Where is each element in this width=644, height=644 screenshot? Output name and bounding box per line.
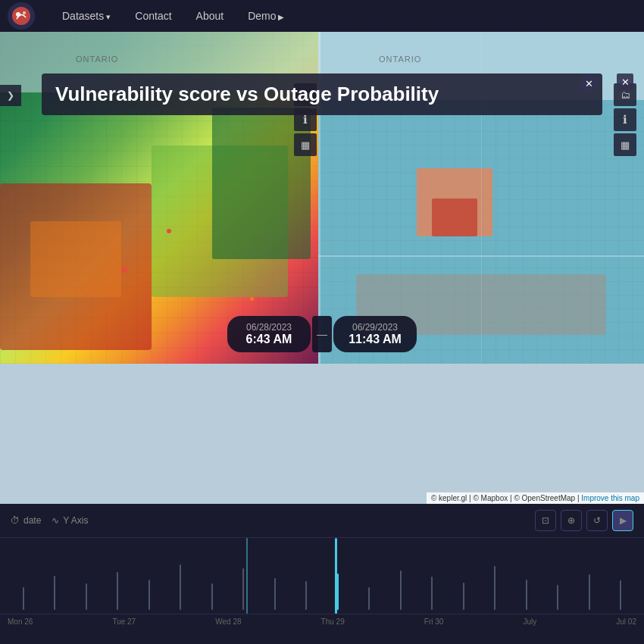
axis-label-5: July xyxy=(523,617,536,626)
tl-bar xyxy=(242,568,244,610)
nav-demo[interactable]: Demo xyxy=(243,7,289,25)
tl-bar xyxy=(463,583,464,610)
time-right: 11:43 AM xyxy=(345,333,405,346)
title-close-icon: ✕ xyxy=(585,78,593,89)
tl-col-3 xyxy=(70,538,102,610)
tl-col-13 xyxy=(385,538,417,610)
tl-bar xyxy=(494,566,496,610)
map-area: ONTARIO ONTARIO ❯ xyxy=(0,32,644,504)
info-btn-right[interactable]: ℹ xyxy=(614,108,636,131)
timeline-speed-btn[interactable]: ⊕ xyxy=(561,510,582,531)
grid-icon-left: ▦ xyxy=(301,139,310,151)
dot2 xyxy=(167,229,171,233)
improve-map-link[interactable]: Improve this map xyxy=(581,494,639,502)
tl-bar xyxy=(148,580,150,610)
tl-col-15 xyxy=(448,538,480,610)
sidebar-toggle-icon: ❯ xyxy=(7,90,14,101)
tl-bar xyxy=(180,564,181,610)
tl-col-6 xyxy=(165,538,197,610)
tl-col-7 xyxy=(196,538,228,610)
time-left: 6:43 AM xyxy=(239,333,299,346)
tl-col-9 xyxy=(259,538,291,610)
tl-bar xyxy=(526,580,527,610)
date-right: 06/29/2023 xyxy=(345,322,405,333)
nav-contact[interactable]: Contact xyxy=(130,7,176,25)
play-icon: ▶ xyxy=(620,515,627,526)
timeline-date-label: ⏱ date xyxy=(11,515,41,526)
svg-point-0 xyxy=(12,7,30,25)
tl-bar xyxy=(305,581,307,610)
timeline-play-btn[interactable]: ▶ xyxy=(612,510,633,531)
axis-label-2: Wed 28 xyxy=(215,617,241,626)
timeline-controls: ⊡ ⊕ ↺ ▶ xyxy=(535,510,633,531)
axis-label-6: Jul 02 xyxy=(616,617,636,626)
tl-col-2 xyxy=(39,538,71,610)
tl-col-5 xyxy=(133,538,165,610)
logo xyxy=(8,2,35,30)
speed-icon: ⊕ xyxy=(567,515,575,526)
time-bubble-left: 06/28/2023 6:43 AM xyxy=(227,316,311,352)
tl-col-20 xyxy=(605,538,637,610)
tl-col-17 xyxy=(511,538,542,610)
timeline-chart[interactable] xyxy=(8,538,636,614)
trend-icon: ∿ xyxy=(52,515,59,526)
timeline-panel: ⏱ date ∿ Y Axis ⊡ ⊕ ↺ ▶ xyxy=(0,504,644,644)
layers-icon-right: 🗂 xyxy=(621,89,630,101)
tl-col-8 xyxy=(228,538,260,610)
title-close-btn[interactable]: ✕ xyxy=(580,75,597,92)
tl-col-1 xyxy=(8,538,39,610)
tl-bar-active xyxy=(337,574,339,610)
tl-col-10 xyxy=(291,538,323,610)
axis-label-3: Thu 29 xyxy=(321,617,345,626)
nav-datasets[interactable]: Datasets xyxy=(58,7,115,25)
tl-bar xyxy=(431,577,433,610)
tl-bar xyxy=(117,572,118,610)
nav-about[interactable]: About xyxy=(192,7,229,25)
grid-btn-right[interactable]: ▦ xyxy=(614,133,636,156)
osm-attr: © OpenStreetMap xyxy=(514,494,575,502)
clock-icon: ⏱ xyxy=(11,515,20,526)
nav-links: Datasets Contact About Demo xyxy=(58,7,289,25)
tl-col-18 xyxy=(542,538,574,610)
camera-icon: ⊡ xyxy=(542,515,549,526)
svg-point-2 xyxy=(23,11,26,14)
tl-bar xyxy=(211,583,213,610)
tl-col-12 xyxy=(354,538,386,610)
tl-col-11 xyxy=(322,538,354,610)
mapbox-attr: © Mapbox xyxy=(473,494,508,502)
timeline-header: ⏱ date ∿ Y Axis ⊡ ⊕ ↺ ▶ xyxy=(0,504,644,538)
timeline-axis: Mon 26 Tue 27 Wed 28 Thu 29 Fri 30 July … xyxy=(0,614,644,630)
right-map-close[interactable]: ✕ xyxy=(617,73,633,90)
axis-label-4: Fri 30 xyxy=(424,617,444,626)
hotspot-red xyxy=(432,199,477,236)
timeline-cursor-right[interactable] xyxy=(335,538,337,614)
navbar: Datasets Contact About Demo xyxy=(0,0,644,32)
time-bubble-right: 06/29/2023 11:43 AM xyxy=(333,316,417,352)
date-left: 06/28/2023 xyxy=(239,322,299,333)
tl-bar xyxy=(274,578,276,610)
timeline-header-left: ⏱ date ∿ Y Axis xyxy=(11,515,89,526)
ontario-label-right: ONTARIO xyxy=(379,55,421,64)
time-separator: — xyxy=(312,316,332,352)
timeline-reset-btn[interactable]: ↺ xyxy=(586,510,608,531)
tl-bar xyxy=(400,571,402,610)
tl-bar xyxy=(54,576,55,610)
tl-col-19 xyxy=(574,538,605,610)
sidebar-toggle[interactable]: ❯ xyxy=(0,85,21,106)
title-overlay: Vulnerability score vs Outage Probabilit… xyxy=(42,73,602,115)
timeline-camera-btn[interactable]: ⊡ xyxy=(535,510,556,531)
page-title: Vulnerability score vs Outage Probabilit… xyxy=(55,83,564,106)
tl-bar xyxy=(557,585,558,610)
axis-label-1: Tue 27 xyxy=(112,617,136,626)
time-tooltip: 06/28/2023 6:43 AM — 06/29/2023 11:43 AM xyxy=(227,316,417,352)
tl-col-4 xyxy=(102,538,134,610)
reset-icon: ↺ xyxy=(593,515,601,526)
tl-bar xyxy=(620,580,621,610)
grid-btn-left[interactable]: ▦ xyxy=(294,133,317,156)
orange-patch xyxy=(30,221,121,297)
kepler-attr: © kepler.gl xyxy=(431,494,467,502)
tl-bar xyxy=(23,587,24,610)
axis-label-0: Mon 26 xyxy=(8,617,33,626)
dot1 xyxy=(121,267,127,273)
map-controls-right: 🗂 ℹ ▦ xyxy=(614,83,636,156)
